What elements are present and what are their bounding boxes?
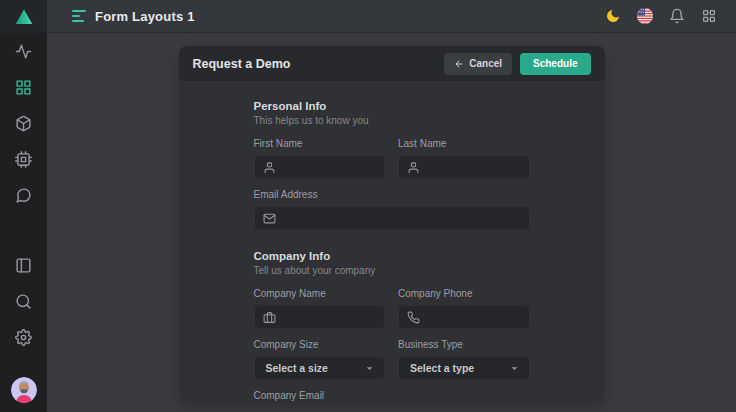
cancel-button-label: Cancel	[469, 58, 502, 69]
page-title: Form Layouts 1	[95, 9, 195, 24]
form-card: Request a Demo Cancel Schedule	[179, 46, 605, 403]
first-name-field: First Name	[254, 138, 386, 179]
business-type-field: Business Type Select a type	[398, 339, 530, 380]
company-size-value: Select a size	[266, 362, 328, 374]
triangle-logo-icon	[14, 7, 34, 27]
menu-icon	[72, 10, 86, 12]
schedule-button[interactable]: Schedule	[520, 53, 590, 75]
chevron-down-icon	[364, 363, 375, 374]
gear-icon	[15, 329, 32, 346]
bell-icon	[669, 8, 685, 24]
company-phone-label: Company Phone	[398, 288, 530, 299]
email-address-label: Email Address	[254, 189, 530, 200]
sidebar-item-messages[interactable]	[7, 187, 41, 204]
sidebar-item-components[interactable]	[7, 115, 41, 132]
mail-icon	[263, 212, 276, 225]
chevron-down-icon	[509, 363, 520, 374]
business-type-label: Business Type	[398, 339, 530, 350]
last-name-field: Last Name	[398, 138, 530, 179]
business-type-value: Select a type	[410, 362, 474, 374]
company-name-input[interactable]	[283, 311, 377, 323]
section-subheading: This helps us to know you	[254, 115, 530, 126]
sidebar-item-activity[interactable]	[7, 43, 41, 60]
moon-icon	[605, 8, 621, 24]
first-name-label: First Name	[254, 138, 386, 149]
app-logo[interactable]	[0, 0, 47, 33]
company-size-field: Company Size Select a size	[254, 339, 386, 380]
sidebar-item-search[interactable]	[7, 293, 41, 310]
company-name-label: Company Name	[254, 288, 386, 299]
topbar: Form Layouts 1	[47, 0, 736, 33]
section-heading: Company Info	[254, 250, 530, 262]
notifications-button[interactable]	[668, 7, 686, 25]
grid-icon	[15, 79, 32, 96]
us-flag-icon	[637, 8, 653, 24]
cancel-button[interactable]: Cancel	[444, 53, 512, 75]
apps-grid-icon	[701, 8, 717, 24]
sidebar-nav-top	[7, 33, 41, 204]
company-size-select[interactable]: Select a size	[254, 356, 386, 380]
arrow-left-icon	[454, 59, 464, 69]
sidebar-item-settings[interactable]	[7, 329, 41, 346]
section-personal-info: Personal Info This helps us to know you …	[254, 100, 530, 230]
apps-menu-button[interactable]	[700, 7, 718, 25]
sidebar-item-panels[interactable]	[7, 257, 41, 274]
form-card-header: Request a Demo Cancel Schedule	[179, 46, 605, 81]
sidebar-panel-icon	[15, 257, 32, 274]
language-selector[interactable]	[636, 7, 654, 25]
dark-mode-toggle[interactable]	[604, 7, 622, 25]
sidebar-item-system[interactable]	[7, 151, 41, 168]
section-company-info: Company Info Tell us about your company …	[254, 250, 530, 403]
section-subheading: Tell us about your company	[254, 265, 530, 276]
company-size-label: Company Size	[254, 339, 386, 350]
section-heading: Personal Info	[254, 100, 530, 112]
company-email-label: Company Email	[254, 390, 530, 401]
phone-icon	[407, 311, 420, 324]
email-address-input[interactable]	[283, 212, 521, 224]
first-name-input[interactable]	[283, 161, 377, 173]
box-icon	[15, 115, 32, 132]
activity-icon	[15, 43, 32, 60]
sidebar-nav-bottom	[7, 257, 41, 412]
cpu-icon	[15, 151, 32, 168]
company-name-field: Company Name	[254, 288, 386, 329]
topbar-actions	[604, 7, 718, 25]
icon-sidebar	[0, 0, 47, 412]
chat-bubble-icon	[15, 187, 32, 204]
company-phone-input[interactable]	[427, 311, 521, 323]
form-header-actions: Cancel Schedule	[444, 53, 590, 75]
user-icon	[263, 161, 276, 174]
menu-toggle-button[interactable]	[72, 8, 86, 24]
search-icon	[15, 293, 32, 310]
form-title: Request a Demo	[193, 57, 291, 71]
app-root: Form Layouts 1	[0, 0, 736, 412]
last-name-input[interactable]	[427, 161, 521, 173]
main-area: Form Layouts 1	[47, 0, 736, 412]
last-name-label: Last Name	[398, 138, 530, 149]
form-card-body: Personal Info This helps us to know you …	[179, 81, 605, 403]
business-type-select[interactable]: Select a type	[398, 356, 530, 380]
briefcase-icon	[263, 311, 276, 324]
content-area: Request a Demo Cancel Schedule	[47, 33, 736, 412]
company-phone-field: Company Phone	[398, 288, 530, 329]
email-address-field: Email Address	[254, 189, 530, 230]
company-email-field: Company Email	[254, 390, 530, 403]
user-icon	[407, 161, 420, 174]
sidebar-item-dashboards[interactable]	[7, 79, 41, 96]
user-avatar[interactable]	[11, 377, 37, 403]
